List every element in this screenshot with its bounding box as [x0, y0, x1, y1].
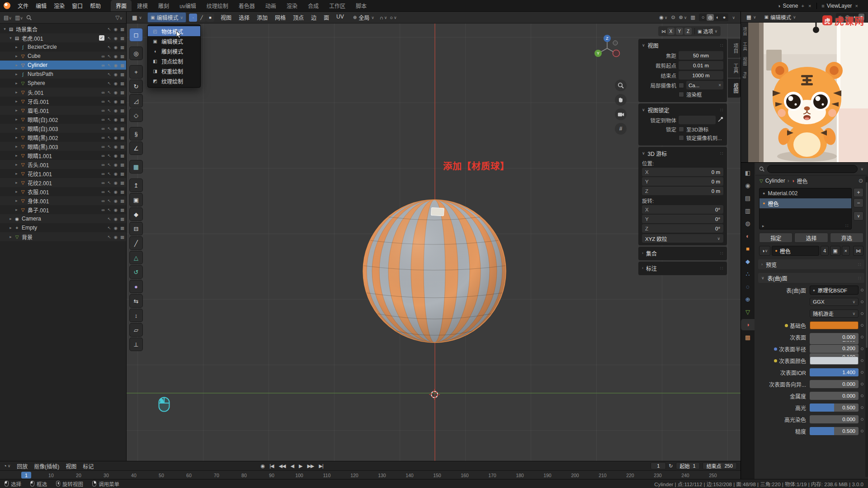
add-slot-button[interactable]: + — [854, 188, 863, 197]
select-button[interactable]: 选择 — [794, 233, 828, 243]
browse-material-dropdown[interactable]: ◑∨ — [759, 246, 770, 256]
color-swatch[interactable] — [810, 357, 859, 365]
remove-slot-button[interactable]: − — [854, 198, 863, 207]
snap-magnet-toggle[interactable]: ∩∨ — [380, 15, 387, 20]
pin-icon[interactable]: ⊙ — [859, 178, 863, 184]
jump-to-start-button[interactable]: |◀ — [269, 463, 274, 469]
selectability-toggle-icon[interactable]: ↖ — [108, 144, 111, 149]
knife-tool[interactable]: ╱ — [129, 236, 143, 250]
3d-viewport-canvas[interactable]: 添加【材质球】 ◻◎+↻◿◇§∠▦↥▣◆⊟╱△↺●⇆↕▱⊥ — [127, 23, 741, 461]
outliner-row[interactable]: ▸▽花纹1.001∞↖◉▦ — [0, 169, 126, 178]
decorator-dot[interactable] — [861, 359, 863, 362]
disclosure-triangle-icon[interactable]: ▸ — [14, 207, 19, 212]
workspace-tab[interactable]: 脚本 — [351, 0, 372, 11]
constraints-properties-tab[interactable]: ⊕ — [741, 294, 754, 305]
modifiers-properties-tab[interactable]: ◆ — [741, 256, 754, 267]
hide-render-toggle-icon[interactable]: ▦ — [120, 135, 124, 140]
selectability-toggle-icon[interactable]: ↖ — [108, 162, 111, 167]
spin-tool[interactable]: ↺ — [129, 265, 143, 279]
outliner-row[interactable]: ▸▽Cube∞↖◉▦ — [0, 52, 126, 61]
hide-render-toggle-icon[interactable]: ▦ — [120, 171, 124, 176]
decorator-dot[interactable] — [861, 430, 863, 432]
texture-properties-tab[interactable]: ▩ — [741, 332, 754, 343]
viewlayer-selector[interactable]: ViewLayer — [827, 3, 852, 9]
selectability-toggle-icon[interactable]: ↖ — [108, 117, 111, 122]
disclosure-triangle-icon[interactable]: ▸ — [14, 126, 19, 131]
edge-slide-tool[interactable]: ⇆ — [129, 294, 143, 308]
render-sidebar-tab[interactable]: 项目 — [741, 24, 748, 38]
outliner-row[interactable]: ▸▽Cylinder∞↖◉▦ — [0, 61, 126, 70]
mirror-x-toggle[interactable]: X — [667, 28, 675, 35]
current-frame-marker[interactable]: 1 — [21, 472, 31, 479]
play-reverse-button[interactable]: ◀ — [290, 463, 293, 469]
selectability-toggle-icon[interactable]: ↖ — [108, 99, 111, 104]
hide-viewport-toggle-icon[interactable]: ◉ — [114, 99, 118, 104]
shear-tool[interactable]: ▱ — [129, 323, 143, 337]
rotation-order-dropdown[interactable]: XYZ 欧拉∨ — [642, 234, 723, 243]
editor-type-button[interactable]: ▦∨ — [744, 13, 759, 21]
selectability-toggle-icon[interactable]: ↖ — [108, 216, 111, 221]
viewport-menu-item[interactable]: 顶点 — [289, 12, 307, 23]
extrude-tool[interactable]: ↥ — [129, 178, 143, 192]
disclosure-triangle-icon[interactable]: ▸ — [14, 72, 19, 76]
show-gizmo-toggle[interactable]: ⊙ — [671, 14, 675, 20]
viewport-menu-item[interactable]: 选择 — [235, 12, 253, 23]
breadcrumb-material[interactable]: 橙色 — [797, 177, 807, 185]
play-button[interactable]: ▶ — [299, 463, 302, 469]
disclosure-triangle-icon[interactable]: ▸ — [14, 117, 19, 122]
cursor-panel-header[interactable]: ∨3D 游标∷ — [642, 149, 723, 158]
hide-render-toggle-icon[interactable]: ▦ — [120, 207, 124, 212]
decorator-dot[interactable] — [861, 289, 863, 291]
hide-render-toggle-icon[interactable]: ▦ — [120, 162, 124, 167]
next-keyframe-button[interactable]: ▶▶ — [307, 463, 314, 469]
outliner-row[interactable]: ▸▽背景↖◉▦ — [0, 232, 126, 241]
disclosure-triangle-icon[interactable]: ▸ — [14, 162, 19, 167]
show-object-types-dropdown[interactable]: ◉∨ — [659, 14, 667, 20]
scene-selector[interactable]: Scene — [783, 3, 798, 9]
outliner-row[interactable]: ▸◉Camera↖◉▦ — [0, 214, 126, 223]
current-frame-field[interactable]: 1 — [651, 462, 666, 469]
workspace-tab[interactable]: 界面 — [111, 0, 132, 11]
mode-menu-item[interactable]: ◩纹理绘制 — [148, 76, 200, 86]
unlink-scene-button[interactable]: × — [807, 3, 812, 9]
value-slider[interactable]: 0.000 — [810, 392, 859, 400]
viewport-menu-item[interactable]: 视图 — [217, 12, 235, 23]
cursor-rotation-y-field[interactable]: Y0° — [642, 215, 723, 223]
assign-button[interactable]: 指定 — [759, 233, 793, 243]
hide-render-toggle-icon[interactable]: ▦ — [120, 81, 124, 86]
deselect-button[interactable]: 弃选 — [830, 233, 863, 243]
value-field[interactable]: 0.200 — [810, 345, 859, 353]
workspace-tab[interactable]: 工作区 — [324, 0, 350, 11]
search-icon[interactable] — [26, 15, 32, 20]
value-slider[interactable]: 1.400 — [810, 368, 859, 376]
workspace-tab[interactable]: 着色器 — [234, 0, 260, 11]
face-select-button[interactable]: ■ — [206, 14, 214, 22]
hide-viewport-toggle-icon[interactable]: ◉ — [114, 36, 118, 41]
disclosure-triangle-icon[interactable]: ▾ — [2, 27, 8, 31]
timeline-menu-item[interactable]: 回放 — [17, 462, 28, 470]
outliner-row[interactable]: ▾▤场景集合↖◉▦ — [0, 24, 126, 33]
hide-viewport-toggle-icon[interactable]: ◉ — [114, 153, 118, 158]
hide-viewport-toggle-icon[interactable]: ◉ — [114, 216, 118, 221]
selectability-toggle-icon[interactable]: ↖ — [108, 36, 111, 41]
render-sidebar-tab[interactable]: 视图 — [741, 54, 748, 68]
hide-render-toggle-icon[interactable]: ▦ — [120, 189, 124, 194]
mode-selector-dropdown[interactable]: ▣ 编辑模式 ∨ — [147, 12, 186, 23]
local-camera-checkbox[interactable] — [679, 83, 684, 88]
selectability-toggle-icon[interactable]: ↖ — [108, 189, 111, 194]
hide-render-toggle-icon[interactable]: ▦ — [120, 153, 124, 158]
outliner-row[interactable]: ▸▽衣服.001∞↖◉▦ — [0, 187, 126, 196]
proportional-edit-toggle[interactable]: ○∨ — [390, 15, 396, 20]
selectability-toggle-icon[interactable]: ↖ — [108, 72, 111, 77]
select-box-tool[interactable]: ◻ — [129, 28, 143, 42]
outliner-row[interactable]: ▸▽眉毛.001∞↖◉▦ — [0, 106, 126, 115]
surface-panel-header[interactable]: ∨表(曲)面∷ — [758, 273, 864, 283]
pan-hand-button[interactable] — [615, 94, 627, 106]
add-cube-tool[interactable]: ▦ — [129, 160, 143, 174]
disclosure-triangle-icon[interactable]: ▾ — [8, 36, 14, 40]
edge-select-button[interactable]: ╱ — [198, 14, 206, 22]
hide-viewport-toggle-icon[interactable]: ◉ — [114, 63, 118, 68]
decorator-dot[interactable] — [861, 300, 863, 303]
disclosure-triangle-icon[interactable]: ▸ — [14, 144, 19, 149]
chevron-down-icon[interactable]: ∨ — [860, 167, 863, 171]
